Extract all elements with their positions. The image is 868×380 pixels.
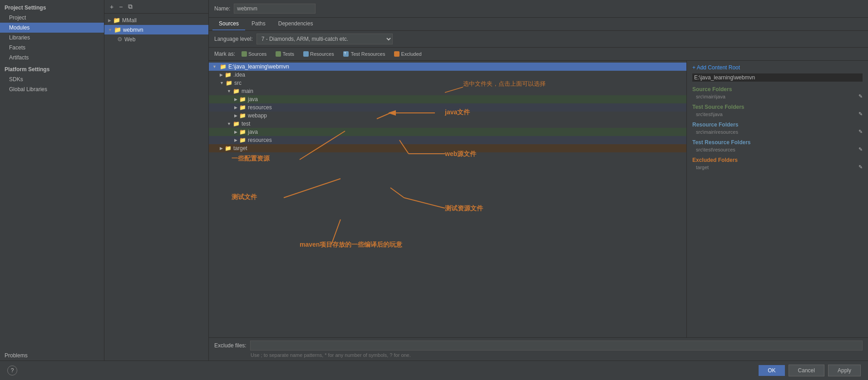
test-resource-folder-edit-0[interactable]: ✎ — [858, 146, 863, 152]
exclude-files-label: Exclude files: — [214, 342, 247, 349]
content-root-path: E:\java_learning\webmvn — [692, 73, 863, 82]
sidebar-item-global-libraries[interactable]: Global Libraries — [0, 84, 104, 94]
module-mmall-label: MMall — [122, 17, 137, 24]
svg-text:maven项目存放的一些编译后的玩意: maven项目存放的一些编译后的玩意 — [300, 241, 403, 248]
folder-icon-mmall: 📁 — [113, 17, 120, 24]
resources-color-dot — [303, 51, 309, 57]
sidebar-item-modules[interactable]: Modules — [0, 23, 104, 33]
sidebar-item-libraries[interactable]: Libraries — [0, 33, 104, 43]
expand-root-arrow: ▼ — [212, 64, 217, 69]
main-folder-icon: 📁 — [233, 88, 240, 94]
file-tree-resources[interactable]: ▶ 📁 resources — [209, 103, 686, 112]
expand-resources-arrow: ▶ — [234, 105, 237, 110]
mark-tests-label: Tests — [282, 51, 294, 57]
exclude-hint: Use ; to separate name patterns, * for a… — [214, 352, 863, 358]
sidebar-item-facets[interactable]: Facets — [0, 43, 104, 53]
name-input[interactable] — [234, 4, 316, 14]
svg-text:一些配置资源: 一些配置资源 — [232, 155, 270, 162]
add-module-button[interactable]: + — [108, 2, 115, 11]
copy-module-button[interactable]: ⧉ — [126, 2, 134, 11]
test-resources-label: resources — [248, 137, 272, 143]
module-mmall[interactable]: ▶ 📁 MMall — [104, 15, 208, 25]
expand-arrow-mmall: ▶ — [108, 18, 111, 23]
mark-tests-button[interactable]: Tests — [273, 50, 297, 58]
file-tree-idea[interactable]: ▶ 📁 .idea — [209, 71, 686, 79]
sidebar-item-problems[interactable]: Problems — [0, 351, 104, 361]
expand-test-res-arrow: ▶ — [234, 138, 237, 142]
module-web-label: Web — [124, 36, 135, 43]
resources-folder-icon: 📁 — [239, 104, 246, 111]
src-folder-icon: 📁 — [226, 80, 232, 86]
svg-text:测试资源文件: 测试资源文件 — [445, 205, 483, 212]
test-resource-folder-path-0: src\test\resources ✎ — [692, 146, 863, 152]
sources-color-dot — [242, 51, 247, 57]
tab-sources[interactable]: Sources — [212, 18, 245, 30]
expand-main-arrow: ▼ — [227, 89, 231, 93]
module-webmvn[interactable]: ▼ 📁 webmvn — [104, 25, 208, 34]
test-label: test — [242, 121, 250, 127]
module-webmvn-label: webmvn — [123, 27, 143, 33]
sidebar-item-project[interactable]: Project — [0, 13, 104, 23]
exclude-files-input[interactable] — [250, 341, 863, 351]
language-level-label: Language level: — [214, 36, 253, 42]
resource-folders-title: Resource Folders — [692, 122, 863, 128]
file-tree-test[interactable]: ▼ 📁 test — [209, 120, 686, 128]
mark-excluded-button[interactable]: Excluded — [391, 50, 424, 58]
resource-path-value: src\main\resources — [696, 129, 738, 135]
mark-sources-button[interactable]: Sources — [239, 50, 269, 58]
mark-test-resources-button[interactable]: T Test Resources — [340, 50, 388, 58]
sidebar-item-sdks[interactable]: SDKs — [0, 74, 104, 84]
file-tree-main[interactable]: ▼ 📁 main — [209, 87, 686, 95]
mark-as-label: Mark as: — [214, 51, 235, 57]
java-label: java — [248, 96, 258, 102]
resources-label: resources — [248, 104, 272, 111]
remove-module-button[interactable]: − — [117, 2, 124, 11]
test-res-folder-icon: 📁 — [239, 137, 246, 143]
file-tree-test-resources[interactable]: ▶ 📁 resources — [209, 136, 686, 144]
file-tree-java[interactable]: ▶ 📁 java — [209, 95, 686, 103]
cancel-button[interactable]: Cancel — [789, 365, 824, 376]
webapp-folder-icon: 📁 — [239, 112, 246, 119]
tab-paths[interactable]: Paths — [245, 18, 272, 30]
svg-text:测试文件: 测试文件 — [232, 193, 257, 200]
webapp-label: webapp — [248, 112, 267, 119]
expand-webapp-arrow: ▶ — [234, 113, 237, 118]
source-folder-edit-0[interactable]: ✎ — [858, 93, 863, 99]
file-tree-webapp[interactable]: ▶ 📁 webapp — [209, 112, 686, 120]
source-folder-path-0: src\main\java ✎ — [692, 93, 863, 99]
excluded-folder-edit-0[interactable]: ✎ — [858, 164, 863, 170]
excluded-color-dot — [394, 51, 399, 57]
tab-dependencies[interactable]: Dependencies — [272, 18, 320, 30]
file-tree-root[interactable]: ▼ 📁 E:\java_learning\webmvn — [209, 63, 686, 71]
test-source-folder-edit-0[interactable]: ✎ — [858, 111, 863, 117]
help-button[interactable]: ? — [7, 365, 17, 375]
expand-target-arrow: ▶ — [220, 146, 223, 151]
mark-excluded-label: Excluded — [401, 51, 421, 57]
language-level-select[interactable]: 7 - Diamonds, ARM, multi-catch etc.8 - L… — [256, 34, 393, 44]
test-folder-icon: 📁 — [233, 121, 240, 127]
main-label: main — [242, 88, 253, 94]
idea-label: .idea — [233, 72, 245, 78]
svg-line-14 — [331, 219, 340, 244]
expand-test-arrow: ▼ — [227, 122, 231, 126]
file-tree-test-java[interactable]: ▶ 📁 java — [209, 128, 686, 136]
mark-test-resources-label: Test Resources — [351, 51, 385, 57]
ok-button[interactable]: OK — [759, 365, 784, 376]
mark-resources-button[interactable]: Resources — [301, 50, 337, 58]
expand-arrow-webmvn: ▼ — [108, 28, 112, 32]
root-folder-icon: 📁 — [220, 63, 227, 70]
test-resources-icon: T — [343, 51, 350, 57]
project-settings-header: Project Settings — [0, 2, 104, 13]
sidebar-item-artifacts[interactable]: Artifacts — [0, 53, 104, 63]
right-panel: + Add Content Root E:\java_learning\webm… — [686, 61, 868, 337]
source-folders-title: Source Folders — [692, 86, 863, 93]
apply-button[interactable]: Apply — [828, 365, 861, 376]
resource-folder-edit-0[interactable]: ✎ — [858, 129, 863, 135]
test-resource-folders-title: Test Resource Folders — [692, 139, 863, 146]
excluded-folders-title: Excluded Folders — [692, 157, 863, 163]
add-content-root-button[interactable]: + Add Content Root — [692, 64, 863, 71]
file-tree-src[interactable]: ▼ 📁 src — [209, 79, 686, 87]
module-web[interactable]: ⚙ Web — [104, 34, 208, 44]
test-source-folders-title: Test Source Folders — [692, 104, 863, 110]
file-tree-target[interactable]: ▶ 📁 target — [209, 144, 686, 152]
